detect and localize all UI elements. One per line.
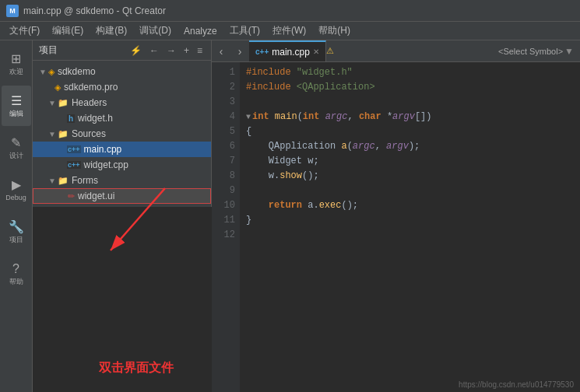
tree-label-headers: Headers: [72, 97, 107, 108]
tree-item-sdkdemo-pro[interactable]: ◈ sdkdemo.pro: [33, 79, 211, 95]
line-num-12: 12: [212, 228, 235, 243]
sidebar-debug[interactable]: ▶ Debug: [2, 170, 31, 210]
tree-item-widget-cpp[interactable]: c++ widget.cpp: [33, 157, 211, 173]
sidebar-debug-label: Debug: [5, 194, 26, 202]
code-editor: 1 2 3 4 5 6 7 8 9 10 11 12 #include "wid…: [212, 62, 580, 392]
sidebar-help[interactable]: ? 帮助: [2, 254, 31, 294]
code-content[interactable]: #include "widget.h" #include <QApplicati…: [240, 62, 580, 392]
title-bar: M main.cpp @ sdkdemo - Qt Creator: [0, 0, 580, 22]
tab-cpp-icon: c++: [255, 47, 269, 56]
edit-icon: ☰: [11, 93, 22, 108]
menu-icon[interactable]: ≡: [195, 44, 205, 57]
sidebar-project[interactable]: 🔧 项目: [2, 212, 31, 252]
line-num-5: 5: [212, 124, 235, 139]
code-line-2: #include <QApplication>: [246, 80, 574, 95]
line-num-4: 4: [212, 110, 235, 124]
line-num-11: 11: [212, 213, 235, 228]
sidebar-welcome[interactable]: ⊞ 欢迎: [2, 44, 31, 84]
sidebar-project-label: 项目: [9, 236, 23, 244]
tab-main-cpp[interactable]: c++ main.cpp ✕: [249, 40, 326, 61]
tree-label-widget-h: widget.h: [78, 113, 113, 124]
symbol-dropdown-arrow[interactable]: ▼: [564, 46, 574, 57]
tree-label-main-cpp: main.cpp: [84, 144, 122, 155]
tab-label-main-cpp: main.cpp: [272, 47, 310, 58]
line-num-1: 1: [212, 65, 235, 80]
arrow-sdkdemo: ▼: [39, 68, 47, 76]
project-icon: 🔧: [9, 219, 24, 234]
project-panel-title: 项目: [39, 44, 58, 57]
menu-item-T[interactable]: 工具(T): [223, 23, 266, 39]
tree-item-widget-h[interactable]: h widget.h: [33, 110, 211, 126]
sidebar-edit-label: 编辑: [9, 110, 23, 118]
sidebar-edit[interactable]: ☰ 编辑: [2, 86, 31, 126]
line-num-7: 7: [212, 154, 235, 169]
line-num-6: 6: [212, 139, 235, 154]
code-line-3: [246, 95, 574, 110]
symbol-select[interactable]: <Select Symbol>: [334, 47, 563, 56]
tree-label-sources: Sources: [72, 128, 106, 139]
project-panel-header: 项目 ⚡ ← → + ≡: [33, 40, 211, 61]
menu-item-Analyze[interactable]: Analyze: [178, 24, 223, 38]
help-icon: ?: [12, 262, 19, 276]
welcome-icon: ⊞: [11, 51, 21, 66]
menu-item-E[interactable]: 编辑(E): [46, 23, 90, 39]
tree-item-main-cpp[interactable]: c++ main.cpp: [33, 142, 211, 157]
project-icon-sdkdemo: ◈: [48, 67, 54, 77]
menu-bar: 文件(F)编辑(E)构建(B)调试(D)Analyze工具(T)控件(W)帮助(…: [0, 22, 580, 40]
code-line-6: QApplication a(argc, argv);: [246, 139, 574, 154]
folder-icon-headers: 📁: [58, 98, 69, 108]
add-icon[interactable]: +: [181, 44, 192, 57]
cpp-file-icon-main: c++: [67, 145, 81, 153]
tree-item-forms[interactable]: ▼ 📁 Forms: [33, 173, 211, 188]
tree-item-widget-ui[interactable]: ✏ widget.ui: [33, 188, 211, 204]
main-layout: ⊞ 欢迎 ☰ 编辑 ✎ 设计 ▶ Debug 🔧 项目 ? 帮助 项目: [0, 40, 580, 392]
project-header-icons: ⚡ ← → + ≡: [128, 44, 205, 57]
window-title: main.cpp @ sdkdemo - Qt Creator: [23, 5, 166, 16]
left-sidebar: ⊞ 欢迎 ☰ 编辑 ✎ 设计 ▶ Debug 🔧 项目 ? 帮助: [0, 40, 33, 392]
editor-tabs: ‹ › c++ main.cpp ✕ ⚠ <Select Symbol> ▼: [212, 40, 580, 62]
line-num-2: 2: [212, 80, 235, 95]
tree-item-sdkdemo[interactable]: ▼ ◈ sdkdemo: [33, 64, 211, 79]
cpp-file-icon-widget: c++: [67, 161, 81, 169]
folder-icon-forms: 📁: [58, 176, 69, 186]
nav-back-btn[interactable]: ‹: [212, 40, 230, 61]
menu-item-W[interactable]: 控件(W): [266, 23, 312, 39]
sidebar-help-label: 帮助: [9, 278, 23, 286]
warning-icon: ⚠: [326, 46, 334, 56]
arrow-forms: ▼: [48, 177, 56, 185]
code-line-4: ▼int main(int argc, char *argv[]): [246, 110, 574, 124]
sidebar-design[interactable]: ✎ 设计: [2, 128, 31, 168]
app-icon: M: [6, 5, 19, 17]
h-file-icon: h: [67, 114, 75, 123]
arrow-headers: ▼: [48, 99, 56, 107]
editor-area: ‹ › c++ main.cpp ✕ ⚠ <Select Symbol> ▼ 1…: [212, 40, 580, 392]
menu-item-H[interactable]: 帮助(H): [312, 23, 357, 39]
line-numbers: 1 2 3 4 5 6 7 8 9 10 11 12: [212, 62, 240, 392]
code-line-1: #include "widget.h": [246, 65, 574, 80]
filter-icon[interactable]: ⚡: [128, 44, 144, 57]
line-num-8: 8: [212, 169, 235, 184]
project-tree: ▼ ◈ sdkdemo ◈ sdkdemo.pro ▼ 📁 Headers: [33, 61, 211, 207]
code-line-5: {: [246, 124, 574, 139]
tab-close-btn[interactable]: ✕: [313, 47, 319, 56]
code-line-12: [246, 228, 574, 243]
code-line-11: }: [246, 213, 574, 228]
sidebar-design-label: 设计: [9, 152, 23, 160]
forward-icon[interactable]: →: [164, 44, 178, 57]
nav-forward-btn[interactable]: ›: [230, 40, 249, 61]
menu-item-B[interactable]: 构建(B): [90, 23, 133, 39]
design-icon: ✎: [11, 135, 21, 150]
menu-item-D[interactable]: 调试(D): [133, 23, 178, 39]
code-line-9: [246, 184, 574, 198]
menu-item-F[interactable]: 文件(F): [3, 23, 46, 39]
pro-file-icon: ◈: [54, 82, 61, 93]
tree-item-headers[interactable]: ▼ 📁 Headers: [33, 95, 211, 110]
code-line-7: Widget w;: [246, 154, 574, 169]
debug-icon: ▶: [12, 177, 21, 192]
tree-item-sources[interactable]: ▼ 📁 Sources: [33, 126, 211, 142]
code-line-8: w.show();: [246, 169, 574, 184]
tree-label-widget-cpp: widget.cpp: [84, 159, 128, 170]
line-num-10: 10: [212, 198, 235, 213]
tree-label-sdkdemo: sdkdemo: [58, 66, 96, 77]
back-icon[interactable]: ←: [147, 44, 161, 57]
